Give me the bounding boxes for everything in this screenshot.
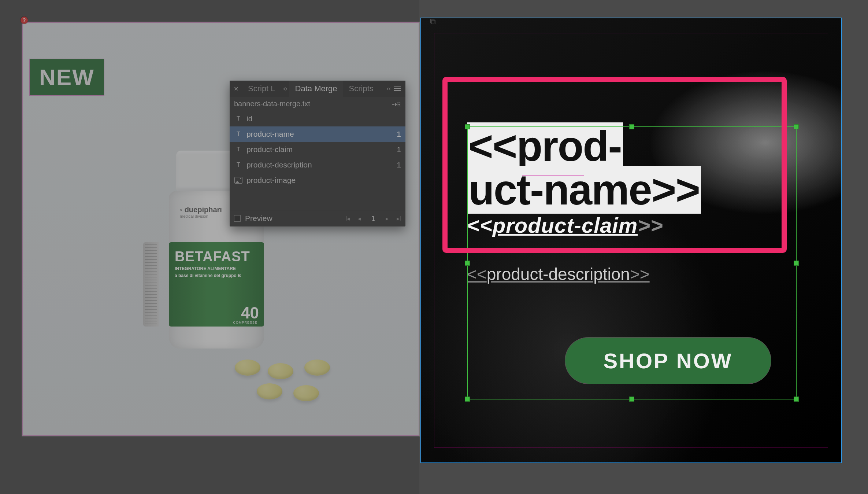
text-field-icon: T [234, 114, 243, 123]
tab-data-merge[interactable]: Data Merge [289, 81, 343, 97]
collapse-up-icon[interactable]: ≎ [281, 86, 289, 92]
placeholder-product-name[interactable]: <<prod-uct-name>> [467, 122, 701, 214]
field-count: 1 [397, 145, 401, 154]
placeholder-product-description[interactable]: <<product-description>> [467, 264, 797, 284]
data-source-row[interactable]: banners-data-merge.txt ⇢⎘ [230, 97, 405, 111]
tab-scripts[interactable]: Scripts [343, 81, 379, 97]
document-right[interactable]: ⧉ <<prod-uct-name>> <<product-claim>> <<… [420, 18, 842, 463]
preview-label: Preview [245, 214, 272, 223]
tab-script-label[interactable]: Script L [242, 81, 281, 97]
field-product-image[interactable]: product-image [230, 173, 405, 188]
panel-footer: Preview I◂ ◂ 1 ▸ ▸I [230, 210, 405, 226]
field-label: id [246, 114, 252, 123]
text-field-icon: T [234, 161, 243, 169]
data-source-name: banners-data-merge.txt [234, 100, 310, 108]
field-label: product-description [246, 161, 312, 169]
pill-icon [268, 363, 293, 379]
prev-record-icon[interactable]: ◂ [358, 215, 361, 222]
pill-icon [293, 385, 319, 401]
text-field-icon: T [234, 130, 243, 139]
field-count: 1 [397, 130, 401, 139]
last-record-icon[interactable]: ▸I [397, 215, 401, 222]
overset-text-icon: ? [21, 16, 28, 24]
relink-icon[interactable]: ⇢⎘ [392, 100, 401, 108]
shop-now-button[interactable]: SHOP NOW [565, 337, 771, 384]
field-label: product-claim [246, 145, 293, 154]
product-label-sub2: a base di vitamine del gruppo B [175, 273, 258, 279]
next-record-icon[interactable]: ▸ [386, 215, 389, 222]
data-merge-panel[interactable]: ✕ Script L ≎ Data Merge Scripts ‹‹ banne… [230, 81, 405, 226]
pill-icon [304, 360, 330, 376]
pill-icon [257, 383, 282, 399]
field-product-name[interactable]: T product-name 1 [230, 126, 405, 142]
new-badge[interactable]: NEW [30, 59, 104, 95]
image-field-icon [234, 176, 243, 185]
product-label-sub1: INTEGRATORE ALIMENTARE [175, 266, 258, 272]
text-field-icon: T [234, 145, 243, 154]
brand-text: ◦ duepipharı medical division [180, 206, 222, 218]
link-chain-icon[interactable]: ⧉ [430, 17, 436, 26]
field-product-description[interactable]: T product-description 1 [230, 157, 405, 173]
field-product-claim[interactable]: T product-claim 1 [230, 142, 405, 157]
collapse-icon[interactable]: ‹‹ [387, 81, 391, 97]
field-label: product-image [246, 176, 296, 185]
panel-header[interactable]: ✕ Script L ≎ Data Merge Scripts ‹‹ [230, 81, 405, 97]
close-icon[interactable]: ✕ [230, 81, 242, 97]
text-frame[interactable]: <<prod-uct-name>> <<product-claim>> <<pr… [467, 125, 797, 284]
placeholder-product-claim[interactable]: <<product-claim>> [467, 213, 797, 238]
panel-menu-icon[interactable] [392, 81, 403, 97]
preview-checkbox[interactable] [234, 215, 241, 222]
field-id[interactable]: T id [230, 111, 405, 126]
product-label-count: 40 [241, 304, 259, 322]
product-label-title: BETAFAST [175, 249, 258, 265]
product-label-unit: COMPRESSE [233, 321, 257, 324]
field-label: product-name [246, 130, 294, 139]
pill-icon [235, 360, 260, 376]
record-number[interactable]: 1 [369, 214, 377, 223]
first-record-icon[interactable]: I◂ [345, 215, 350, 222]
field-count: 1 [397, 161, 401, 169]
